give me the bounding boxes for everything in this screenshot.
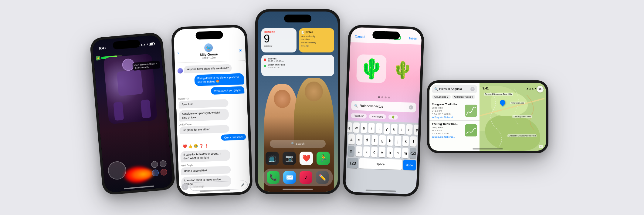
numbers-key[interactable]: 123 [347,157,358,168]
emoji-keyboard: q w e r t y u i o p a s d [345,120,419,194]
notes-dock-icon[interactable]: ✏️ [316,171,329,184]
cancel-button[interactable]: Cancel [355,34,365,38]
key-a[interactable]: a [348,134,355,144]
maps-status-bar: 9:41 ▲▲▲ ▾ [480,83,546,92]
filter-row: All Lengths ∨ All Route Types ∨ [429,95,480,101]
length-filter[interactable]: All Lengths ∨ [432,95,451,99]
key-k[interactable]: k [402,136,409,146]
messages-screen: ‹ 🐦 Silly Goose iMac • 12m ⊡ Anyone have… [174,27,250,194]
back-button[interactable]: ‹ [177,50,179,55]
suggestion-cactus-quoted[interactable]: "cactus" [351,113,367,119]
key-c[interactable]: c [371,146,378,157]
key-x[interactable]: x [363,146,370,157]
message-input-field[interactable]: Message 🎤 [190,180,248,191]
phone-maps: General Sherman Tree Hike Rimrock Loop T… [427,80,548,153]
result-2-elevation: ≈ 2.1 km ≈ 73 m [432,132,462,135]
insert-button[interactable]: Insert [409,36,417,40]
robot-torso [117,69,143,96]
event-title-2: Lunch with Hans [268,63,285,66]
key-y[interactable]: y [383,123,390,134]
key-q[interactable]: q [345,122,352,133]
video-call-button[interactable]: ⊡ [238,47,242,53]
suggestion-emoji[interactable]: 🌵 [388,114,398,119]
key-r[interactable]: r [368,123,375,133]
game-dpad[interactable] [107,160,127,180]
key-w[interactable]: w [353,122,360,133]
map-nav-button[interactable]: ⊕ [537,86,544,92]
maps-result-1[interactable]: Congress Trail Hike Loop Hike 341.2 km ≈… [429,101,480,120]
volume-up-button [171,51,172,59]
calendar-events-widget[interactable]: Site visit 10:15 – 10:45am Lunch with Ha… [261,55,334,76]
delete-key[interactable]: ⌫ [410,148,417,159]
key-i[interactable]: i [398,124,405,134]
search-clear-button[interactable]: ✕ [409,105,413,109]
notes-icon: 📝 [301,31,305,34]
shift-key[interactable]: ⇧ [347,146,354,156]
action-btn-4[interactable] [160,168,168,176]
home-search-bar[interactable]: 🔍 Search [270,140,326,148]
done-key[interactable]: done [403,160,416,170]
result-2-distance: 341.2 km [432,129,462,132]
maps-result-2[interactable]: The Big Trees Trail... Loop Hike 341.2 k… [429,120,480,140]
key-b[interactable]: b [386,147,393,158]
key-g[interactable]: g [379,135,386,146]
mail-app-icon[interactable]: ✉️ [283,171,296,184]
key-d[interactable]: d [364,134,371,145]
search-query: Hikes in Sequoia [439,87,469,91]
key-s[interactable]: s [356,134,363,145]
emoji-search-bar[interactable]: 🔍 Rainbow cactus ✕ [351,100,416,112]
music-app-icon[interactable]: ♪ [300,171,312,184]
key-e[interactable]: e [361,123,367,133]
key-l[interactable]: l [410,136,417,147]
gaming-screen: 9:41 ▲▲▲ ▾ ⚡ [92,35,173,193]
search-label: Search [296,142,305,145]
message-bubble: Haha I second that [181,166,231,175]
key-o[interactable]: o [406,124,413,135]
maps-search-bar[interactable]: 🔍 Hikes in Sequoia ✕ [432,85,477,93]
phone-app-icon[interactable]: 📞 [267,171,280,184]
action-btn-2[interactable] [160,160,167,167]
result-1-type: Loop Hike [432,106,462,109]
key-j[interactable]: j [395,136,402,146]
action-btn-3[interactable] [152,169,159,176]
game-action-buttons[interactable] [151,160,168,176]
key-t[interactable]: t [376,123,382,134]
message-item-4: Absolutely no plans yet, which I kind of… [179,108,245,122]
health-icon[interactable]: ❤️ [300,152,313,165]
phone-gaming: 9:41 ▲▲▲ ▾ ⚡ [90,32,176,195]
mic-icon: 🎤 [241,183,244,186]
messages-background: ‹ 🐦 Silly Goose iMac • 12m ⊡ Anyone have… [174,27,250,194]
coach-icon[interactable]: 🏃 [317,152,330,165]
suggestion-cactuses[interactable]: cactuses [369,114,386,119]
key-v[interactable]: v [379,147,386,157]
message-bubble: Aww fun! [178,99,228,108]
result-2-thumbnail [465,124,477,136]
key-f[interactable]: f [371,135,378,145]
action-btn-1[interactable] [151,161,158,168]
key-u[interactable]: u [391,123,398,134]
search-clear-button[interactable]: ✕ [470,87,475,91]
result-2-location: in Sequoia National... [432,136,462,138]
signal-icon: ▲▲▲ [526,87,534,90]
camera-icon[interactable]: 📷 [283,152,296,165]
emoji-cactus-regular[interactable]: 🌵 [392,59,413,80]
key-n[interactable]: n [394,147,401,158]
maps-sidebar: 🔍 Hikes in Sequoia ✕ All Lengths ∨ All R… [429,83,480,151]
tapback-question: ❓ [199,143,203,148]
notes-widget[interactable]: 📝 Notes Aarhus familyvacation ⚡Finish it… [299,28,334,52]
emoji-cactus-selected[interactable]: 🌵 [356,54,387,83]
key-z[interactable]: z [355,146,362,156]
space-key[interactable]: space [359,158,402,170]
key-h[interactable]: h [387,135,394,146]
key-m[interactable]: m [402,148,409,158]
dpad-control[interactable] [107,160,127,180]
messages-list: Anyone have plans this weekend? Flying d… [175,61,250,194]
volume-down-button [91,72,93,80]
appletv-icon[interactable]: 📺 [266,152,279,165]
key-p[interactable]: p [414,124,420,135]
add-attachment-button[interactable]: + [181,183,188,190]
map-label-sherman: General Sherman Tree Hike [484,93,513,96]
calendar-widget[interactable]: MONDAY 9 Calendar [261,28,297,52]
dot-3 [385,96,387,98]
route-type-filter[interactable]: All Route Types ∨ [452,95,476,99]
